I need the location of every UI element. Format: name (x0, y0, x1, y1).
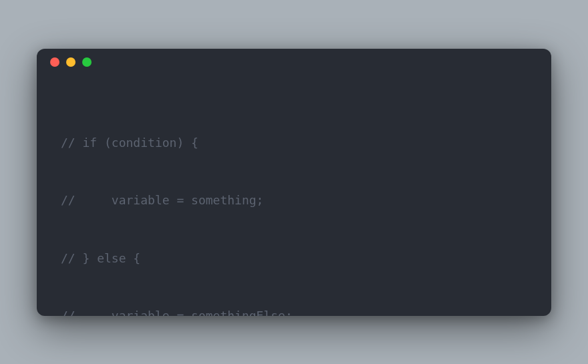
window-titlebar (37, 49, 551, 75)
code-window: // if (condition) { // variable = someth… (37, 49, 551, 316)
close-icon[interactable] (50, 57, 59, 67)
code-block: // if (condition) { // variable = someth… (37, 75, 551, 316)
comment-line: // variable = somethingElse; (61, 307, 527, 315)
comment-line: // } else { (61, 249, 527, 268)
minimize-icon[interactable] (66, 57, 76, 67)
comment-line: // variable = something; (61, 191, 527, 210)
maximize-icon[interactable] (82, 57, 92, 67)
comment-line: // if (condition) { (61, 134, 527, 153)
